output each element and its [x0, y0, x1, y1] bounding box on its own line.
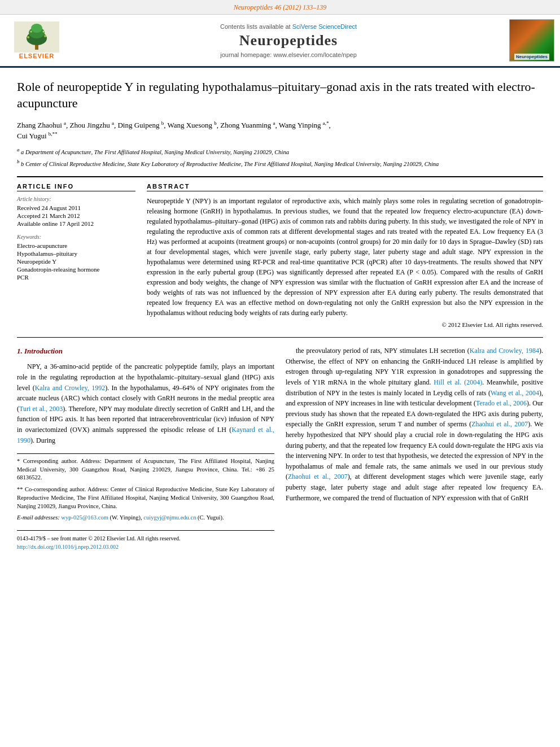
journal-citation: Neuropeptides 46 (2012) 133–139: [234, 3, 327, 11]
sciverse-link: Contents lists available at SciVerse Sci…: [73, 23, 504, 30]
keywords-label: Keywords:: [17, 234, 135, 240]
svg-point-8: [43, 31, 45, 33]
svg-point-4: [31, 24, 42, 33]
ref-hill-2004[interactable]: Hill et al. (2004): [434, 378, 482, 386]
footnote-2: ** Co-corresponding author. Address: Cen…: [17, 486, 274, 510]
email-link-cui[interactable]: cuiygyj@njmu.edu.cn: [143, 514, 196, 521]
intro-heading: 1. Introduction: [17, 346, 274, 357]
ref-wang-2004[interactable]: Wang et al., 2004: [491, 389, 539, 397]
article-info-col: ARTICLE INFO Article history: Received 2…: [17, 183, 135, 328]
affiliation-b: b b Center of Clinical Reproductive Medi…: [17, 158, 543, 168]
sciverse-anchor[interactable]: SciVerse ScienceDirect: [292, 23, 357, 30]
journal-top-bar: Neuropeptides 46 (2012) 133–139: [0, 0, 560, 15]
main-content: Role of neuropeptide Y in regulating hyp…: [0, 68, 560, 563]
abstract-label: ABSTRACT: [147, 183, 543, 191]
neuropeptides-thumb-label: Neuropeptides: [514, 54, 549, 60]
ref-turi-2003[interactable]: Turi et al., 2003: [19, 405, 63, 413]
svg-point-7: [30, 31, 32, 33]
elsevier-tree-icon: [14, 21, 59, 53]
body-col-left: 1. Introduction NPY, a 36-amino-acid pep…: [17, 346, 274, 552]
svg-point-5: [27, 36, 29, 38]
intro-para-1: NPY, a 36-amino-acid peptide of the panc…: [17, 361, 274, 445]
bottom-bar: 0143-4179/$ – see front matter © 2012 El…: [17, 530, 274, 552]
journal-homepage: journal homepage: www.elsevier.com/locat…: [73, 51, 504, 58]
author-yugui: Cui Yugui b,**: [17, 132, 58, 140]
abstract-text: Neuropeptide Y (NPY) is an important reg…: [147, 196, 543, 318]
footnote-1: * Corresponding author. Address: Departm…: [17, 457, 274, 482]
neuropeptides-thumbnail: Neuropeptides: [509, 19, 554, 62]
elsevier-wordmark: ELSEVIER: [19, 53, 54, 59]
ref-kalra-1984[interactable]: Kalra and Crowley, 1984: [470, 347, 539, 355]
keyword-4: Gonadotropin-releasing hormone: [17, 266, 135, 273]
elsevier-logo: ELSEVIER: [6, 21, 68, 59]
email-link-wyp[interactable]: wyp-025@163.com: [61, 514, 108, 521]
footnotes: * Corresponding author. Address: Departm…: [17, 453, 274, 522]
ref-terado-2006[interactable]: Terado et al., 2006: [476, 399, 527, 407]
svg-point-6: [44, 35, 46, 37]
keyword-2: Hypothalamus–pituitary: [17, 250, 135, 257]
ref-zhaohui-2007b[interactable]: Zhaohui et al., 2007: [288, 473, 348, 480]
body-text: 1. Introduction NPY, a 36-amino-acid pep…: [17, 346, 543, 552]
ref-kaynard-1990[interactable]: Kaynard et al., 1990: [17, 426, 274, 444]
body-divider: [17, 337, 543, 338]
journal-header: ELSEVIER Contents lists available at Sci…: [0, 15, 560, 68]
article-title: Role of neuropeptide Y in regulating hyp…: [17, 79, 543, 111]
keyword-3: Neuropeptide Y: [17, 258, 135, 265]
intro-para-2: the preovulatory period of rats, NPY sti…: [286, 346, 543, 503]
abstract-copyright: © 2012 Elsevier Ltd. All rights reserved…: [147, 321, 543, 328]
received-date: Received 24 August 2011: [17, 204, 135, 211]
issn-text: 0143-4179/$ – see front matter © 2012 El…: [17, 534, 274, 543]
accepted-date: Accepted 21 March 2012: [17, 212, 135, 219]
affiliation-a: a a Department of Acupuncture, The First…: [17, 146, 543, 156]
authors-line: Zhang Zhaohui a, Zhou Jingzhu a, Ding Gu…: [17, 119, 543, 142]
footnote-emails: E-mail addresses: wyp-025@163.com (W. Yi…: [17, 514, 274, 522]
history-label: Article history:: [17, 196, 135, 202]
journal-center: Contents lists available at SciVerse Sci…: [73, 23, 504, 58]
article-info-abstract: ARTICLE INFO Article history: Received 2…: [17, 176, 543, 328]
doi-link[interactable]: http://dx.doi.org/10.1016/j.npep.2012.03…: [17, 544, 119, 550]
journal-title: Neuropeptides: [73, 32, 504, 49]
ref-kalra-1992[interactable]: Kalra and Crowley, 1992: [35, 384, 106, 392]
doi-text: http://dx.doi.org/10.1016/j.npep.2012.03…: [17, 543, 274, 552]
keyword-1: Electro-acupuncture: [17, 242, 135, 249]
author-zhaohui: Zhang Zhaohui a, Zhou Jingzhu a, Ding Gu…: [17, 121, 331, 129]
affiliations: a a Department of Acupuncture, The First…: [17, 146, 543, 168]
keyword-5: PCR: [17, 274, 135, 281]
article-info-label: ARTICLE INFO: [17, 183, 135, 191]
body-col-right: the preovulatory period of rats, NPY sti…: [286, 346, 543, 552]
ref-zhaohui-2007[interactable]: Zhaohui et al., 2007: [471, 420, 528, 428]
abstract-col: ABSTRACT Neuropeptide Y (NPY) is an impo…: [147, 183, 543, 328]
available-date: Available online 17 April 2012: [17, 220, 135, 227]
